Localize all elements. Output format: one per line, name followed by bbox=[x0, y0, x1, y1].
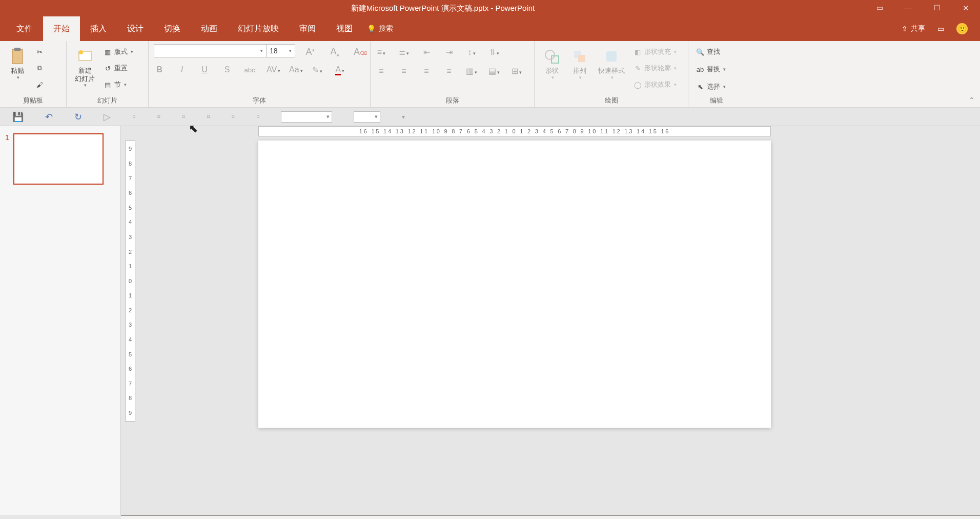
tab-view[interactable]: 视图 bbox=[326, 16, 363, 41]
section-button[interactable]: ▤节▾ bbox=[101, 79, 135, 90]
clear-format-icon[interactable]: A⌫ bbox=[354, 47, 365, 57]
bold-button[interactable]: B bbox=[154, 65, 165, 74]
tab-slideshow[interactable]: 幻灯片放映 bbox=[228, 16, 289, 41]
slide-canvas[interactable] bbox=[258, 141, 771, 428]
decrease-indent-button[interactable]: ⇤ bbox=[421, 47, 432, 57]
group-drawing: 形状▾ 排列▾ 快速样式▾ ◧形状填充▾ ✎形状轮廓▾ ◯形状效果▾ 绘图 bbox=[535, 41, 688, 107]
numbering-button[interactable]: ≣▾ bbox=[398, 47, 410, 57]
line-spacing-button[interactable]: ↕▾ bbox=[466, 48, 477, 57]
shapes-button[interactable]: 形状▾ bbox=[540, 44, 564, 82]
close-icon[interactable]: ✕ bbox=[951, 4, 980, 13]
new-slide-button[interactable]: 新建 幻灯片 ▾ bbox=[72, 44, 98, 90]
qat-icon-6[interactable]: ▫ bbox=[256, 111, 259, 122]
new-slide-label: 新建 幻灯片 bbox=[75, 67, 95, 83]
svg-rect-1 bbox=[14, 48, 21, 51]
save-icon[interactable]: 💾 bbox=[12, 111, 24, 123]
slide-thumbnail-1[interactable]: 1 bbox=[5, 133, 115, 185]
select-button[interactable]: ⬉选择▾ bbox=[693, 81, 728, 92]
replace-button[interactable]: ab替换▾ bbox=[693, 64, 728, 75]
increase-indent-button[interactable]: ⇥ bbox=[443, 47, 455, 57]
layout-button[interactable]: ▦版式▾ bbox=[101, 46, 135, 57]
ribbon-display-icon[interactable]: ▭ bbox=[865, 4, 894, 13]
shape-fill-button[interactable]: ◧形状填充▾ bbox=[631, 46, 679, 57]
svg-rect-5 bbox=[552, 56, 559, 63]
qat-customize-icon[interactable]: ▾ bbox=[402, 113, 405, 121]
align-left-button[interactable]: ≡ bbox=[376, 67, 387, 76]
collapse-ribbon-icon[interactable]: ⌃ bbox=[969, 96, 975, 104]
align-text-button[interactable]: ▤▾ bbox=[488, 66, 500, 76]
tab-animations[interactable]: 动画 bbox=[191, 16, 228, 41]
tab-review[interactable]: 审阅 bbox=[289, 16, 326, 41]
tab-design[interactable]: 设计 bbox=[117, 16, 154, 41]
text-direction-button[interactable]: ⥮▾ bbox=[488, 47, 500, 57]
qat-icon-2[interactable]: ▫ bbox=[157, 111, 160, 122]
shrink-font-icon[interactable]: A▾ bbox=[329, 46, 340, 58]
tab-file[interactable]: 文件 bbox=[6, 16, 43, 41]
window-title: 新建Microsoft PowerPoint 演示文稿.pptx - Power… bbox=[21, 4, 865, 13]
tab-insert[interactable]: 插入 bbox=[80, 16, 117, 41]
qat-combo-2[interactable]: ▾ bbox=[354, 111, 380, 123]
tab-transitions[interactable]: 切换 bbox=[154, 16, 191, 41]
copy-button[interactable]: ⧉ bbox=[33, 63, 46, 74]
reset-button[interactable]: ↺重置 bbox=[101, 63, 135, 74]
bullets-button[interactable]: ≡▾ bbox=[376, 48, 387, 57]
tell-me-search[interactable]: 💡 搜索 bbox=[367, 16, 393, 41]
tab-home[interactable]: 开始 bbox=[43, 16, 80, 41]
shadow-button[interactable]: S bbox=[221, 65, 233, 74]
font-family-combo[interactable]: ▾ bbox=[154, 44, 267, 57]
group-clipboard: 粘贴 ▾ ✂ ⧉ 🖌 剪贴板 bbox=[0, 41, 67, 107]
format-painter-button[interactable]: 🖌 bbox=[33, 79, 46, 90]
paste-button[interactable]: 粘贴 ▾ bbox=[5, 44, 30, 82]
start-from-beginning-icon[interactable]: ▷ bbox=[104, 111, 111, 123]
strikethrough-button[interactable]: abc bbox=[244, 66, 255, 74]
font-color-button[interactable]: A▾ bbox=[334, 65, 345, 74]
bulb-icon: 💡 bbox=[367, 25, 376, 33]
maximize-icon[interactable]: ☐ bbox=[923, 4, 951, 13]
find-button[interactable]: 🔍查找 bbox=[693, 46, 728, 57]
effects-icon: ◯ bbox=[633, 80, 642, 89]
shape-outline-button[interactable]: ✎形状轮廓▾ bbox=[631, 63, 679, 74]
comments-icon[interactable]: ▭ bbox=[937, 25, 944, 33]
undo-icon[interactable]: ↶ bbox=[45, 111, 53, 123]
search-label: 搜索 bbox=[379, 24, 393, 33]
cut-button[interactable]: ✂ bbox=[33, 46, 46, 57]
qat-icon-5[interactable]: ▫ bbox=[232, 111, 235, 122]
grow-font-icon[interactable]: A▴ bbox=[304, 47, 316, 57]
align-center-button[interactable]: ≡ bbox=[398, 67, 410, 76]
arrange-button[interactable]: 排列▾ bbox=[567, 44, 592, 82]
highlight-button[interactable]: ✎▾ bbox=[312, 65, 323, 75]
redo-icon[interactable]: ↻ bbox=[74, 111, 82, 123]
qat-icon-1[interactable]: ▫ bbox=[132, 111, 135, 122]
drawing-group-label: 绘图 bbox=[540, 95, 683, 105]
quick-access-toolbar: 💾 ↶ ↻ ▷ ▫ ▫ ▫ ▫ ▫ ▫ ▾ ▾ ▾ bbox=[0, 108, 980, 126]
group-editing: 🔍查找 ab替换▾ ⬉选择▾ 编辑 bbox=[688, 41, 745, 107]
underline-button[interactable]: U bbox=[199, 65, 210, 74]
columns-button[interactable]: ▥▾ bbox=[466, 66, 477, 76]
group-paragraph: ≡▾ ≣▾ ⇤ ⇥ ↕▾ ⥮▾ ≡ ≡ ≡ ≡ ▥▾ ▤▾ ⊞▾ 段落 bbox=[371, 41, 535, 107]
notes-pane[interactable]: 点击此处添加备注 bbox=[121, 515, 980, 519]
qat-icon-4[interactable]: ▫ bbox=[207, 111, 210, 122]
qat-combo-1[interactable]: ▾ bbox=[281, 111, 332, 123]
slide-number: 1 bbox=[5, 133, 9, 185]
feedback-smiley-icon[interactable]: 🙂 bbox=[956, 23, 968, 34]
reset-icon: ↺ bbox=[103, 64, 112, 73]
svg-rect-7 bbox=[578, 55, 585, 62]
justify-button[interactable]: ≡ bbox=[443, 67, 455, 76]
change-case-button[interactable]: Aa▾ bbox=[289, 65, 300, 74]
align-right-button[interactable]: ≡ bbox=[421, 67, 432, 76]
font-group-label: 字体 bbox=[154, 95, 365, 105]
qat-icon-3[interactable]: ▫ bbox=[182, 111, 185, 122]
font-size-combo[interactable]: 18▾ bbox=[267, 44, 295, 57]
title-bar: 新建Microsoft PowerPoint 演示文稿.pptx - Power… bbox=[0, 0, 980, 16]
italic-button[interactable]: I bbox=[176, 65, 188, 74]
quick-styles-button[interactable]: 快速样式▾ bbox=[595, 44, 628, 82]
smartart-button[interactable]: ⊞▾ bbox=[511, 66, 522, 76]
editing-group-label: 编辑 bbox=[693, 95, 740, 105]
share-button[interactable]: ⇪ 共享 bbox=[902, 24, 925, 33]
paragraph-group-label: 段落 bbox=[376, 95, 529, 105]
svg-point-4 bbox=[545, 50, 555, 59]
workspace: 1 16 15 14 13 12 11 10 9 8 7 6 5 4 3 2 1… bbox=[0, 126, 980, 515]
shape-effects-button[interactable]: ◯形状效果▾ bbox=[631, 79, 679, 90]
char-spacing-button[interactable]: AV▾ bbox=[267, 65, 278, 74]
minimize-icon[interactable]: — bbox=[894, 4, 923, 13]
